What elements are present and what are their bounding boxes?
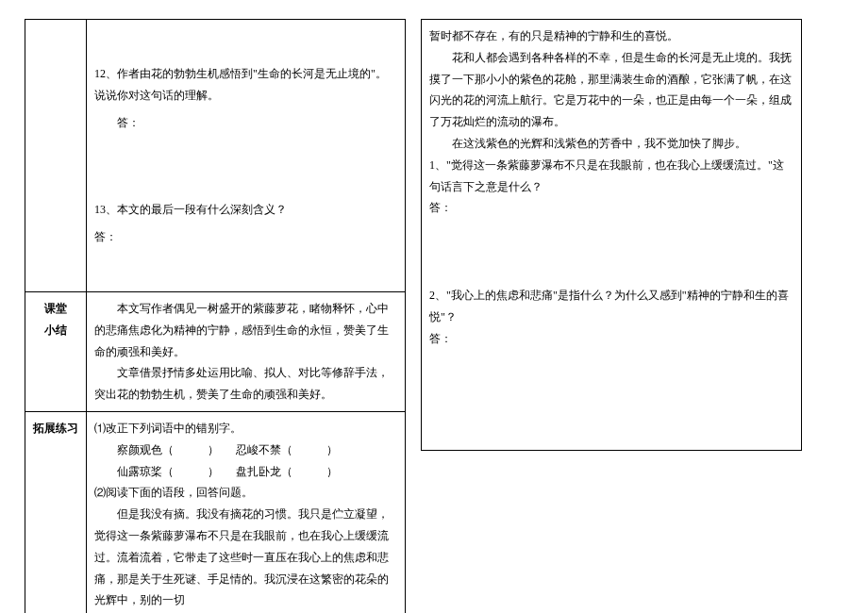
word-correction-line2: 仙露琼桨（） 盘扎卧龙（） bbox=[94, 461, 397, 483]
label-text: 课堂 bbox=[33, 298, 78, 320]
answer-label: 答： bbox=[429, 328, 793, 350]
right-table: 暂时都不存在，有的只是精神的宁静和生的喜悦。 花和人都会遇到各种各样的不幸，但是… bbox=[421, 19, 802, 451]
content-cell-right: 暂时都不存在，有的只是精神的宁静和生的喜悦。 花和人都会遇到各种各样的不幸，但是… bbox=[422, 20, 802, 451]
passage-cont-1: 花和人都会遇到各种各样的不幸，但是生命的长河是无止境的。我抚摸了一下那小小的紫色… bbox=[429, 47, 793, 133]
answer-label: 答： bbox=[94, 112, 397, 134]
extend-task1: ⑴改正下列词语中的错别字。 bbox=[94, 418, 397, 439]
word-item: 察颜观色（ bbox=[117, 443, 174, 456]
extend-passage: 但是我没有摘。我没有摘花的习惯。我只是伫立凝望，觉得这一条紫藤萝瀑布不只是在我眼… bbox=[94, 504, 397, 611]
table-row: 暂时都不存在，有的只是精神的宁静和生的喜悦。 花和人都会遇到各种各样的不幸，但是… bbox=[422, 20, 802, 451]
table-row: 12、作者由花的勃勃生机感悟到"生命的长河是无止境的"。说说你对这句话的理解。 … bbox=[25, 20, 406, 292]
question-r2: 2、"我心上的焦虑和悲痛"是指什么？为什么又感到"精神的宁静和生的喜悦"？ bbox=[429, 285, 793, 328]
right-column: 暂时都不存在，有的只是精神的宁静和生的喜悦。 花和人都会遇到各种各样的不幸，但是… bbox=[413, 0, 826, 613]
question-r1: 1、"觉得这一条紫藤萝瀑布不只是在我眼前，也在我心上缓缓流过。"这句话言下之意是… bbox=[429, 155, 793, 198]
left-column: 12、作者由花的勃勃生机感悟到"生命的长河是无止境的"。说说你对这句话的理解。 … bbox=[0, 0, 413, 613]
extend-task2: ⑵阅读下面的语段，回答问题。 bbox=[94, 482, 397, 504]
summary-p1: 本文写作者偶见一树盛开的紫藤萝花，睹物释怀，心中的悲痛焦虑化为精神的宁静，感悟到… bbox=[94, 298, 397, 362]
row-label-summary: 课堂 小结 bbox=[25, 291, 87, 411]
table-row: 拓展练习 ⑴改正下列词语中的错别字。 察颜观色（） 忍峻不禁（） 仙露琼桨（） … bbox=[25, 411, 406, 613]
answer-label: 答： bbox=[94, 226, 397, 248]
content-cell-q12-13: 12、作者由花的勃勃生机感悟到"生命的长河是无止境的"。说说你对这句话的理解。 … bbox=[87, 20, 406, 292]
word-item: 忍峻不禁（ bbox=[236, 443, 292, 456]
table-row: 课堂 小结 本文写作者偶见一树盛开的紫藤萝花，睹物释怀，心中的悲痛焦虑化为精神的… bbox=[25, 291, 406, 411]
answer-label: 答： bbox=[429, 197, 793, 219]
label-text: 小结 bbox=[33, 320, 78, 341]
close-paren: ） bbox=[208, 443, 219, 456]
question-13: 13、本文的最后一段有什么深刻含义？ bbox=[94, 199, 397, 221]
content-cell-summary: 本文写作者偶见一树盛开的紫藤萝花，睹物释怀，心中的悲痛焦虑化为精神的宁静，感悟到… bbox=[87, 291, 406, 411]
summary-p2: 文章借景抒情多处运用比喻、拟人、对比等修辞手法，突出花的勃勃生机，赞美了生命的顽… bbox=[94, 362, 397, 406]
close-paren: ） bbox=[326, 465, 338, 478]
word-item: 盘扎卧龙（ bbox=[236, 465, 292, 478]
label-text: 拓展练习 bbox=[33, 422, 78, 435]
passage-cont-0: 暂时都不存在，有的只是精神的宁静和生的喜悦。 bbox=[429, 25, 793, 47]
close-paren: ） bbox=[208, 465, 219, 478]
word-correction-line1: 察颜观色（） 忍峻不禁（） bbox=[94, 439, 397, 461]
close-paren: ） bbox=[326, 443, 338, 456]
left-table: 12、作者由花的勃勃生机感悟到"生命的长河是无止境的"。说说你对这句话的理解。 … bbox=[25, 19, 406, 613]
content-cell-extend: ⑴改正下列词语中的错别字。 察颜观色（） 忍峻不禁（） 仙露琼桨（） 盘扎卧龙（… bbox=[87, 411, 406, 613]
passage-cont-2: 在这浅紫色的光辉和浅紫色的芳香中，我不觉加快了脚步。 bbox=[429, 133, 793, 155]
row-label-extend: 拓展练习 bbox=[25, 411, 87, 613]
page-container: 12、作者由花的勃勃生机感悟到"生命的长河是无止境的"。说说你对这句话的理解。 … bbox=[0, 0, 868, 613]
row-label-empty bbox=[25, 20, 87, 292]
question-12: 12、作者由花的勃勃生机感悟到"生命的长河是无止境的"。说说你对这句话的理解。 bbox=[94, 63, 397, 107]
word-item: 仙露琼桨（ bbox=[117, 465, 174, 478]
